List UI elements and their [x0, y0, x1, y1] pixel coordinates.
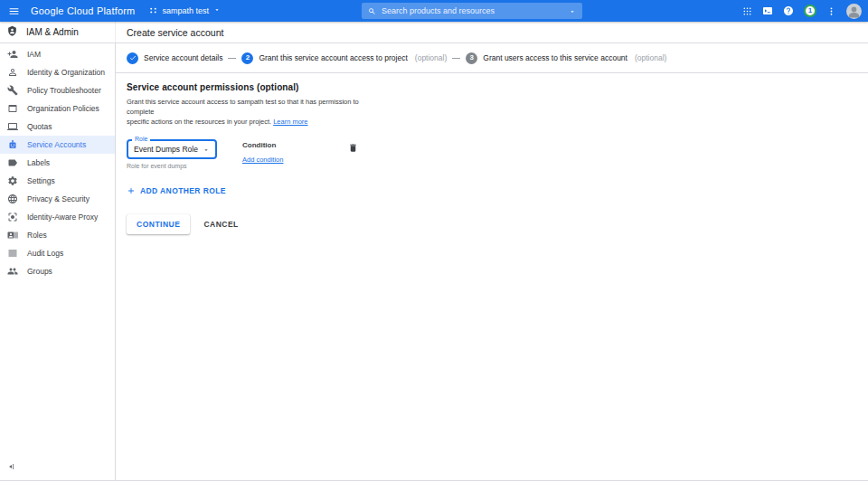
- notification-count: 1: [808, 7, 812, 14]
- step-label: Service account details: [144, 53, 222, 62]
- description-line1: Grant this service account access to sam…: [127, 98, 359, 116]
- step-grant-access-to-project[interactable]: 2 Grant this service account access to p…: [241, 52, 447, 64]
- sidebar-item-label: Roles: [27, 231, 47, 240]
- form-description: Grant this service account access to sam…: [127, 98, 371, 128]
- dropdown-arrow-icon: [203, 141, 210, 157]
- wizard-stepper: Service account details 2 Grant this ser…: [116, 43, 868, 73]
- add-another-role-label: ADD ANOTHER ROLE: [140, 186, 226, 195]
- step-number: 3: [466, 52, 477, 64]
- gear-icon: [7, 175, 18, 186]
- label-icon: [7, 157, 18, 168]
- top-navigation-bar: Google Cloud Platform sampath test: [0, 0, 868, 22]
- section-header-iam-admin[interactable]: IAM & Admin: [0, 22, 116, 43]
- step-connector: [228, 58, 236, 59]
- permissions-form: Service account permissions (optional) G…: [116, 73, 868, 234]
- sidebar-item-groups[interactable]: Groups: [0, 262, 115, 280]
- project-name: sampath test: [162, 6, 209, 15]
- chevron-down-icon: [213, 6, 221, 15]
- sidebar-item-label: Groups: [27, 267, 52, 276]
- project-icon: [149, 6, 157, 16]
- laptop-icon: [7, 121, 18, 132]
- sidebar-item-privacy-security[interactable]: Privacy & Security: [0, 190, 115, 208]
- step-connector: [452, 58, 460, 59]
- step-label: Grant this service account access to pro…: [259, 53, 407, 62]
- role-select-dropdown[interactable]: Event Dumps Role: [127, 139, 217, 159]
- role-selected-value: Event Dumps Role: [134, 145, 198, 154]
- role-row: Role Event Dumps Role Role for event dum…: [127, 139, 360, 169]
- search-bar[interactable]: [362, 3, 582, 19]
- step-service-account-details[interactable]: Service account details: [127, 52, 222, 64]
- sidebar-item-identity-aware-proxy[interactable]: Identity-Aware Proxy: [0, 208, 115, 226]
- step-label: Grant users access to this service accou…: [483, 53, 627, 62]
- globe-icon: [7, 194, 18, 204]
- apps-grid-icon[interactable]: [742, 6, 752, 16]
- notifications-badge[interactable]: 1: [804, 5, 816, 17]
- robot-icon: [7, 139, 18, 150]
- sidebar-item-roles[interactable]: Roles: [0, 226, 115, 244]
- gcp-console: Google Cloud Platform sampath test: [0, 0, 868, 482]
- step-number: 2: [241, 52, 253, 64]
- role-helper-text: Role for event dumps: [127, 163, 217, 169]
- continue-button[interactable]: CONTINUE: [127, 214, 190, 234]
- main-panel: Service account details 2 Grant this ser…: [116, 43, 868, 480]
- step-grant-users-access[interactable]: 3 Grant users access to this service acc…: [466, 52, 666, 64]
- sidebar-item-label: Identity & Organization: [27, 68, 105, 77]
- iap-icon: [7, 212, 18, 222]
- sub-header: IAM & Admin Create service account: [0, 22, 868, 43]
- step-optional-label: (optional): [635, 53, 666, 62]
- role-field: Role Event Dumps Role Role for event dum…: [127, 139, 217, 169]
- condition-label: Condition: [242, 141, 283, 149]
- roles-icon: [7, 230, 18, 241]
- sidebar-item-labels[interactable]: Labels: [0, 154, 115, 172]
- policy-doc-icon: [7, 103, 18, 114]
- search-icon: [368, 3, 376, 19]
- sidebar-item-label: Settings: [27, 176, 55, 185]
- person-icon: [7, 67, 18, 78]
- sidebar-item-label: Service Accounts: [27, 140, 86, 149]
- cloud-shell-icon[interactable]: [762, 5, 773, 16]
- sidebar-item-identity-organization[interactable]: Identity & Organization: [0, 63, 115, 81]
- sidebar-item-label: Privacy & Security: [27, 194, 90, 203]
- wrench-icon: [7, 85, 18, 96]
- help-icon[interactable]: [783, 5, 794, 16]
- audit-list-icon: [7, 248, 18, 259]
- sidebar-item-organization-policies[interactable]: Organization Policies: [0, 99, 115, 118]
- cancel-button[interactable]: CANCEL: [203, 220, 238, 229]
- sidebar-item-label: Organization Policies: [27, 104, 99, 113]
- shield-icon: [6, 24, 18, 41]
- sidebar-item-audit-logs[interactable]: Audit Logs: [0, 244, 115, 262]
- sidebar-item-iam[interactable]: IAM: [0, 45, 115, 63]
- sidebar-item-label: Quotas: [27, 122, 52, 131]
- project-selector[interactable]: sampath test: [149, 6, 221, 16]
- person-add-icon: [7, 49, 18, 60]
- form-actions: CONTINUE CANCEL: [127, 214, 868, 234]
- gcp-logo[interactable]: Google Cloud Platform: [31, 5, 135, 16]
- search-input[interactable]: [382, 6, 569, 15]
- condition-column: Condition Add condition: [242, 139, 283, 165]
- sidebar-item-label: Audit Logs: [27, 249, 63, 258]
- iam-admin-sidebar: IAM Identity & Organization Policy Troub…: [0, 43, 116, 480]
- sidebar-item-settings[interactable]: Settings: [0, 172, 115, 190]
- more-vert-icon[interactable]: [826, 6, 836, 16]
- learn-more-link[interactable]: Learn more: [273, 118, 307, 126]
- description-line2: specific actions on the resources in you…: [127, 118, 271, 126]
- collapse-sidebar-icon[interactable]: [7, 462, 16, 471]
- role-field-label: Role: [132, 136, 150, 142]
- sidebar-item-label: Labels: [27, 158, 50, 167]
- menu-icon[interactable]: [5, 3, 22, 19]
- people-icon: [7, 266, 18, 277]
- step-complete-check-icon: [127, 52, 138, 64]
- delete-role-icon[interactable]: [346, 140, 360, 157]
- topbar-actions: 1: [742, 0, 862, 22]
- search-dropdown-icon[interactable]: [569, 3, 576, 19]
- sidebar-item-label: Identity-Aware Proxy: [27, 213, 98, 222]
- sidebar-item-policy-troubleshooter[interactable]: Policy Troubleshooter: [0, 81, 115, 99]
- add-condition-link[interactable]: Add condition: [242, 156, 283, 164]
- avatar[interactable]: [846, 4, 862, 19]
- content-area: IAM Identity & Organization Policy Troub…: [0, 43, 868, 481]
- step-optional-label: (optional): [415, 53, 447, 62]
- sidebar-item-service-accounts[interactable]: Service Accounts: [0, 136, 115, 154]
- sidebar-item-quotas[interactable]: Quotas: [0, 118, 115, 136]
- sidebar-item-label: IAM: [27, 50, 41, 59]
- add-another-role-button[interactable]: ADD ANOTHER ROLE: [127, 186, 226, 195]
